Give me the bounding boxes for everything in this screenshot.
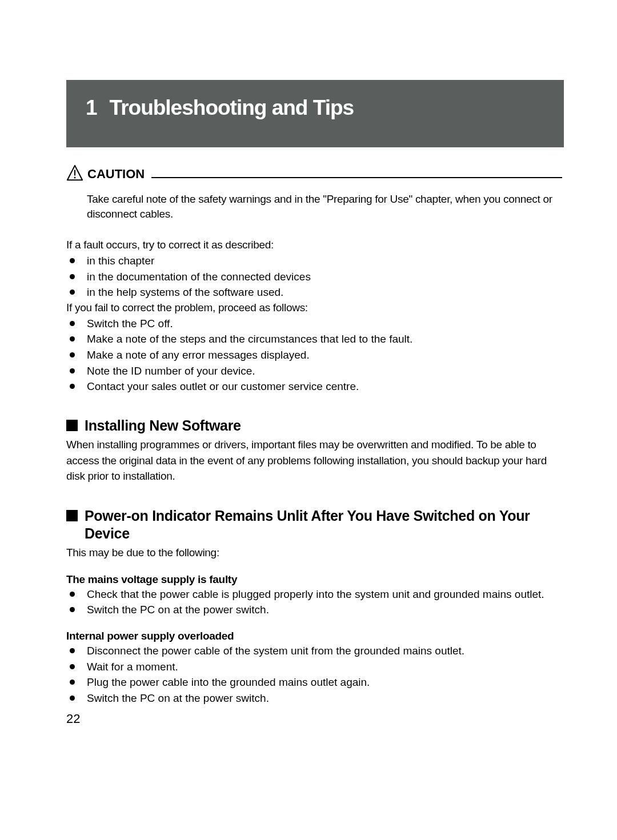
- intro-paragraph-1: If a fault occurs, try to correct it as …: [66, 238, 562, 252]
- list-item: in this chapter: [66, 254, 562, 268]
- mains-faulty-list: Check that the power cable is plugged pr…: [66, 587, 562, 617]
- list-item: Make a note of the steps and the circums…: [66, 332, 562, 347]
- caution-rule-line: [151, 177, 562, 178]
- caution-label: CAUTION: [87, 167, 145, 182]
- internal-overload-list: Disconnect the power cable of the system…: [66, 644, 562, 706]
- subsection-title: The mains voltage supply is faulty: [66, 573, 562, 586]
- list-item: Contact your sales outlet or our custome…: [66, 379, 562, 394]
- page-number: 22: [66, 712, 562, 726]
- list-item: Plug the power cable into the grounded m…: [66, 675, 562, 690]
- section-intro: This may be due to the following:: [66, 545, 562, 561]
- caution-heading: CAUTION: [66, 164, 562, 182]
- subsection-title: Internal power supply overloaded: [66, 630, 562, 642]
- list-item: in the documentation of the connected de…: [66, 270, 562, 284]
- list-item: Note the ID number of your device.: [66, 364, 562, 379]
- caution-body: Take careful note of the safety warnings…: [87, 192, 562, 221]
- intro-paragraph-2: If you fail to correct the problem, proc…: [66, 301, 562, 315]
- list-item: Wait for a moment.: [66, 660, 562, 674]
- section-paragraph: When installing programmes or drivers, i…: [66, 437, 562, 484]
- section-title: Power-on Indicator Remains Unlit After Y…: [85, 507, 562, 543]
- page-content: CAUTION Take careful note of the safety …: [66, 164, 562, 726]
- list-item: Make a note of any error messages displa…: [66, 348, 562, 363]
- warning-triangle-icon: [66, 164, 83, 182]
- square-bullet-icon: [66, 420, 78, 431]
- list-item: Disconnect the power cable of the system…: [66, 644, 562, 658]
- chapter-title-bar: 1 Troubleshooting and Tips: [66, 80, 564, 147]
- list-item: in the help systems of the software used…: [66, 285, 562, 300]
- list-item: Switch the PC on at the power switch.: [66, 691, 562, 706]
- document-page: 1 Troubleshooting and Tips CAUTION Take …: [0, 80, 617, 840]
- proceed-steps-list: Switch the PC off. Make a note of the st…: [66, 316, 562, 394]
- section-title: Installing New Software: [85, 417, 241, 435]
- svg-point-2: [74, 176, 76, 178]
- list-item: Switch the PC on at the power switch.: [66, 602, 562, 617]
- fault-sources-list: in this chapter in the documentation of …: [66, 254, 562, 300]
- chapter-number: 1: [66, 96, 110, 120]
- section-heading-poweron: Power-on Indicator Remains Unlit After Y…: [66, 507, 562, 543]
- section-heading-installing: Installing New Software: [66, 417, 562, 435]
- square-bullet-icon: [66, 510, 78, 521]
- list-item: Check that the power cable is plugged pr…: [66, 587, 562, 602]
- list-item: Switch the PC off.: [66, 316, 562, 331]
- chapter-title: Troubleshooting and Tips: [110, 96, 354, 120]
